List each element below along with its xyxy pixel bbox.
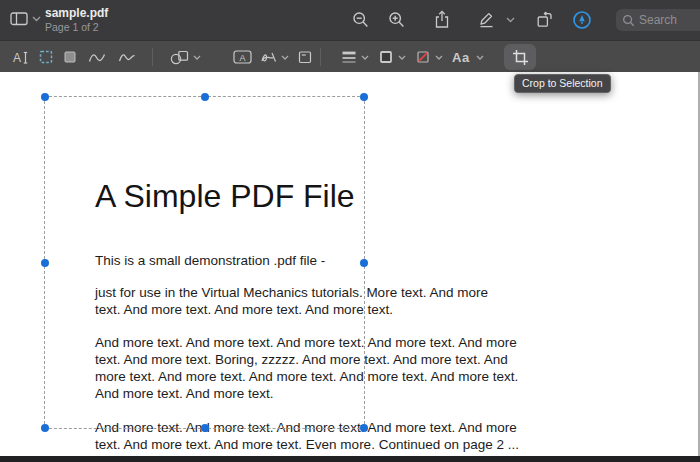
search-icon [622,14,635,27]
zoom-in-icon [388,11,406,29]
chevron-down-icon [32,16,41,22]
text-box-tool[interactable]: A [233,41,252,73]
markup-toolbar: A [0,40,700,72]
selection-handle-middle-right[interactable] [360,259,368,267]
text-box-icon: A [233,50,252,64]
crop-selection-rectangle[interactable] [44,96,365,429]
redact-tool[interactable] [62,41,78,73]
markup-active-icon [572,10,592,30]
rotate-button[interactable] [536,11,553,28]
search-input[interactable] [616,9,700,31]
document-filename: sample.pdf [45,7,108,20]
shape-style-button[interactable] [341,41,357,73]
redact-icon [62,49,78,65]
selection-handle-bottom-right[interactable] [360,424,368,432]
draw-tool[interactable] [118,41,136,73]
text-style-button[interactable]: Aa [452,41,470,73]
sketch-tool[interactable] [88,41,106,73]
markup-active-button[interactable] [572,10,592,30]
text-box-glyph: A [239,53,245,63]
toolbar-separator [152,48,153,66]
rectangular-selection-tool[interactable] [38,41,54,73]
share-button[interactable] [434,10,450,29]
crop-tooltip: Crop to Selection [514,74,611,93]
border-color-button[interactable] [378,41,394,73]
chevron-down-icon [398,55,406,60]
chevron-down-icon [435,55,443,60]
selection-handle-middle-left[interactable] [41,259,49,267]
shapes-tool[interactable] [170,41,189,73]
share-icon [434,10,450,29]
sign-tool[interactable] [260,41,277,73]
sidebar-icon [10,12,28,26]
chevron-down-icon [281,55,289,60]
draw-icon [118,50,136,64]
fill-color-chevron[interactable] [435,41,443,73]
text-selection-glyph: A [13,51,21,65]
text-selection-tool[interactable]: A [12,41,29,73]
rotate-icon [536,11,553,28]
preview-window: sample.pdf Page 1 of 2 [0,0,700,462]
text-style-label: Aa [452,50,470,65]
selection-handle-top-middle[interactable] [201,93,209,101]
selection-handle-top-left[interactable] [41,93,49,101]
zoom-out-icon [352,11,370,29]
window-bottom-edge [0,456,700,462]
fill-color-icon [415,49,431,65]
markup-pen-chevron[interactable] [506,17,515,23]
markup-pen-button[interactable] [478,11,495,28]
crop-button[interactable] [504,44,536,70]
rect-selection-icon [38,49,54,65]
selection-handle-bottom-left[interactable] [41,424,49,432]
shape-style-icon [341,50,357,64]
border-color-icon [378,49,394,65]
sketch-icon [88,50,106,64]
note-icon [297,49,313,65]
titlebar: sample.pdf Page 1 of 2 [0,0,700,40]
chevron-down-icon [476,55,484,60]
sign-chevron[interactable] [281,41,289,73]
markup-pen-icon [478,11,495,28]
crop-icon [512,49,529,66]
page-indicator: Page 1 of 2 [45,21,99,33]
chevron-down-icon [193,55,201,60]
note-tool[interactable] [297,41,313,73]
search-text-field[interactable] [639,13,699,27]
sign-icon [260,50,277,65]
chevron-down-icon [361,55,369,60]
zoom-in-button[interactable] [388,11,406,29]
border-color-chevron[interactable] [398,41,406,73]
selection-handle-top-right[interactable] [360,93,368,101]
sidebar-toggle-button[interactable] [10,12,41,26]
toolbar-separator [320,48,321,66]
shapes-icon [170,50,189,65]
zoom-out-button[interactable] [352,11,370,29]
window-title: sample.pdf Page 1 of 2 [45,7,108,33]
shape-style-chevron[interactable] [361,41,369,73]
fill-color-button[interactable] [415,41,431,73]
selection-handle-bottom-middle[interactable] [201,424,209,432]
chevron-down-icon [506,17,515,23]
text-style-chevron[interactable] [476,41,484,73]
shapes-chevron[interactable] [193,41,201,73]
